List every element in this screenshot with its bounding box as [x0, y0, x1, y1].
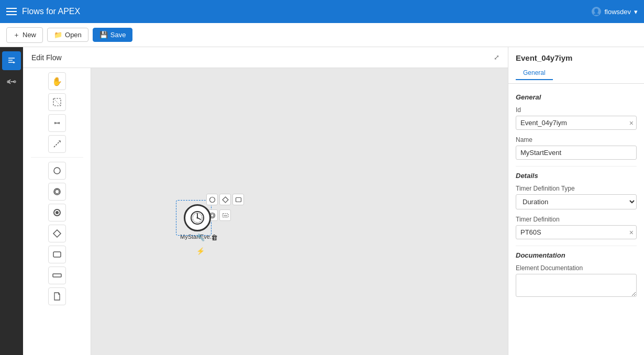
- node-toolbar-circle[interactable]: [206, 194, 218, 205]
- node-element: MyStartEve... 🔧 🗑 ⚡: [180, 204, 215, 240]
- hand-tool-btn[interactable]: ✋: [48, 72, 66, 90]
- hamburger-menu[interactable]: [6, 8, 17, 15]
- right-panel: Event_04y7iym General General Id × Name: [508, 47, 644, 355]
- node-shape[interactable]: [184, 204, 211, 231]
- name-field-wrapper: [516, 146, 637, 160]
- name-input[interactable]: [516, 146, 637, 160]
- svg-marker-16: [53, 230, 61, 237]
- left-sidebar: [0, 47, 23, 355]
- node-action-buttons: 🔧 🗑: [195, 231, 220, 243]
- node-container: MyStartEve... 🔧 🗑 ⚡: [180, 204, 215, 240]
- section-divider: [516, 166, 637, 167]
- id-field-group: Id ×: [516, 106, 637, 130]
- editor-header: Edit Flow ⤢: [23, 47, 508, 68]
- sidebar-item-flow[interactable]: [2, 72, 21, 91]
- id-input[interactable]: [516, 116, 637, 130]
- expand-button[interactable]: ⤢: [494, 53, 499, 61]
- svg-point-15: [55, 211, 59, 214]
- id-field-label: Id: [516, 106, 637, 114]
- app-title: Flows for APEX: [22, 7, 80, 16]
- navbar-left: Flows for APEX: [6, 7, 80, 16]
- tab-general[interactable]: General: [516, 66, 553, 80]
- right-panel-title: Event_04y7iym: [516, 53, 637, 62]
- node-settings-btn[interactable]: 🔧: [195, 231, 206, 243]
- save-button-label: Save: [110, 31, 126, 39]
- filled-circle-tool-btn[interactable]: [48, 204, 66, 221]
- navbar: Flows for APEX 👤 flowsdev ▾: [0, 0, 644, 23]
- tool-palette: ✋: [23, 68, 91, 355]
- editor-title: Edit Flow: [31, 53, 62, 62]
- canvas[interactable]: MyStartEve... 🔧 🗑 ⚡: [91, 68, 508, 355]
- section-divider-2: [516, 246, 637, 246]
- node-context-toolbar: [206, 194, 244, 205]
- connect-tool-btn[interactable]: [48, 135, 66, 153]
- sidebar-item-edit[interactable]: [2, 51, 21, 70]
- right-panel-header: Event_04y7iym General: [508, 47, 644, 84]
- svg-point-11: [54, 168, 60, 174]
- username-label: flowsdev: [604, 8, 631, 16]
- new-button[interactable]: ＋ New: [6, 27, 43, 43]
- svg-line-10: [54, 141, 60, 147]
- node-toolbar-rect[interactable]: [232, 194, 244, 205]
- svg-line-6: [53, 98, 61, 106]
- user-avatar: 👤: [592, 7, 601, 16]
- select-tool-btn[interactable]: [48, 93, 66, 111]
- save-button[interactable]: 💾 Save: [93, 28, 133, 42]
- timer-def-type-field-group: Timer Definition Type Duration Date Cycl…: [516, 185, 637, 209]
- svg-point-13: [55, 190, 59, 194]
- open-button[interactable]: 📁 Open: [47, 28, 88, 42]
- name-field-group: Name: [516, 136, 637, 160]
- main-layout: Edit Flow ⤢ ✋: [0, 47, 644, 355]
- plus-icon: ＋: [13, 30, 20, 40]
- svg-point-19: [209, 197, 215, 202]
- timer-def-field-group: Timer Definition ×: [516, 216, 637, 239]
- general-section-title: General: [516, 93, 637, 101]
- node-delete-btn[interactable]: 🗑: [208, 231, 220, 243]
- elem-doc-label: Element Documentation: [516, 264, 637, 272]
- folder-icon: 📁: [54, 31, 62, 39]
- bold-circle-tool-btn[interactable]: [48, 183, 66, 201]
- editor-area: Edit Flow ⤢ ✋: [23, 47, 508, 355]
- save-icon: 💾: [99, 31, 108, 39]
- node-lightning-btn[interactable]: ⚡: [195, 245, 206, 257]
- circle-tool-btn[interactable]: [48, 162, 66, 180]
- timer-def-label: Timer Definition: [516, 216, 637, 223]
- banner-tool-btn[interactable]: [48, 267, 66, 284]
- timer-def-type-label: Timer Definition Type: [516, 185, 637, 192]
- timer-def-input[interactable]: [516, 225, 637, 239]
- node-extra-btns: ⚡: [195, 245, 206, 257]
- svg-rect-17: [53, 252, 61, 257]
- user-dropdown-icon: ▾: [634, 8, 638, 16]
- name-field-label: Name: [516, 136, 637, 143]
- timer-def-type-select[interactable]: Duration Date Cycle: [516, 194, 637, 209]
- toolbar: ＋ New 📁 Open 💾 Save: [0, 23, 644, 47]
- resize-tool-btn[interactable]: [48, 114, 66, 132]
- svg-rect-21: [236, 197, 241, 202]
- node-toolbar-dashed[interactable]: [219, 209, 231, 221]
- right-panel-body: General Id × Name Details Timer Definiti…: [508, 84, 644, 311]
- elem-doc-field-group: Element Documentation: [516, 264, 637, 298]
- id-field-wrapper: ×: [516, 116, 637, 130]
- timer-def-wrapper: ×: [516, 225, 637, 239]
- node-toolbar-diamond[interactable]: [219, 194, 231, 205]
- details-section-title: Details: [516, 172, 637, 180]
- canvas-wrapper: ✋: [23, 68, 508, 355]
- elem-doc-textarea[interactable]: [516, 274, 637, 297]
- rect-tool-btn[interactable]: [48, 246, 66, 263]
- svg-marker-20: [223, 197, 228, 203]
- documentation-section-title: Documentation: [516, 251, 637, 259]
- new-button-label: New: [23, 31, 36, 39]
- svg-rect-18: [53, 274, 61, 277]
- doc-tool-btn[interactable]: [48, 287, 66, 305]
- open-button-label: Open: [65, 31, 82, 39]
- svg-point-30: [197, 217, 198, 219]
- right-panel-tabs: General: [516, 66, 637, 80]
- timer-def-clear-btn[interactable]: ×: [629, 228, 634, 237]
- id-clear-btn[interactable]: ×: [629, 119, 634, 127]
- user-menu[interactable]: 👤 flowsdev ▾: [592, 7, 638, 16]
- diamond-tool-btn[interactable]: [48, 225, 66, 242]
